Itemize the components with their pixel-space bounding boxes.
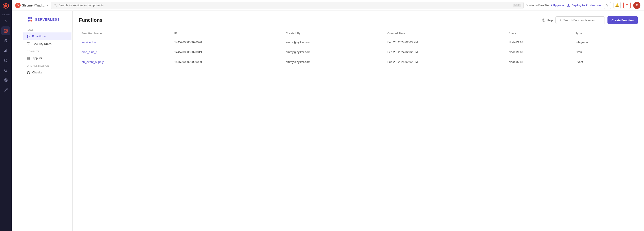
cell-type: Event (573, 57, 638, 67)
shield-icon: 🛡 (27, 42, 30, 46)
help-icon-btn[interactable]: ? (604, 2, 611, 9)
cell-function-name[interactable]: on_event_supply (79, 57, 172, 67)
col-stack: Stack (506, 29, 573, 37)
sidebar-item-security-rules[interactable]: 🛡 Security Rules (23, 40, 72, 48)
create-function-button[interactable]: Create Function (608, 16, 638, 24)
cell-function-name[interactable]: service_bot (79, 37, 172, 47)
col-type: Type (573, 29, 638, 37)
cell-stack: NodeJS 18 (506, 47, 573, 57)
user-avatar[interactable]: E (633, 2, 640, 9)
svg-marker-1 (4, 4, 8, 7)
free-tier-message: You're on Free Tier ✦ Upgrade (526, 4, 564, 7)
functions-icon: {} (27, 34, 30, 38)
icon-rail: Services ⌂ (0, 0, 12, 231)
brand-icon (27, 16, 33, 22)
sidebar-item-circuits-label: Circuits (32, 71, 42, 74)
col-function-name: Function Name (79, 29, 172, 37)
functions-table: Function Name ID Created By Created Time… (79, 29, 638, 67)
settings-icon-btn[interactable]: ⚙ (624, 2, 630, 9)
function-link[interactable]: service_bot (82, 40, 96, 44)
sidebar-item-circuits[interactable]: ⚖ Circuits (23, 68, 72, 76)
help-label: Help (547, 18, 553, 22)
sidebar-item-appsail[interactable]: ▦ AppSail (23, 54, 72, 62)
brand-name: SERVERLESS (35, 17, 60, 21)
svg-point-10 (4, 79, 8, 82)
cell-created-by: emmy@zylker.com (283, 57, 385, 67)
cell-id: 14452000000020026 (172, 37, 283, 47)
help-circle-icon (542, 18, 546, 22)
rail-item-integrations[interactable] (1, 56, 10, 65)
col-created-by: Created By (283, 29, 385, 37)
table-row: service_bot 14452000000020026 emmy@zylke… (79, 37, 638, 47)
svg-point-3 (5, 39, 6, 41)
svg-rect-14 (30, 17, 32, 19)
table-row: on_event_supply 14452000000020009 emmy@z… (79, 57, 638, 67)
rail-item-users[interactable] (1, 36, 10, 45)
help-button[interactable]: Help (542, 18, 553, 22)
cell-created-by: emmy@zylker.com (283, 47, 385, 57)
section-label-orchestration: ORCHESTRATION (23, 62, 72, 68)
deploy-to-production-button[interactable]: Deploy to Production (567, 3, 601, 7)
main-wrapper: S ShipmentTrack... ▾ ⌘+K You're on Free … (23, 0, 644, 231)
page-actions: Help Create Function (542, 16, 638, 24)
circuits-icon: ⚖ (27, 70, 30, 74)
content-area: SERVERLESS FAAS {} Functions 🛡 Security … (23, 11, 644, 231)
rail-item-analytics[interactable] (1, 46, 10, 55)
rail-item-workflows[interactable] (1, 66, 10, 75)
sidebar-brand: SERVERLESS (23, 14, 72, 26)
rail-item-identity[interactable] (1, 76, 10, 85)
svg-point-11 (5, 79, 6, 81)
global-search-input[interactable] (58, 3, 511, 7)
sidebar-item-functions[interactable]: {} Functions (23, 32, 72, 40)
col-id: ID (172, 29, 283, 37)
notifications-icon-btn[interactable]: 🔔 (614, 2, 621, 9)
cell-stack: NodeJS 18 (506, 57, 573, 67)
app-name: ShipmentTrack... (22, 3, 46, 7)
svg-point-4 (6, 39, 7, 40)
cell-function-name[interactable]: cron_func_1 (79, 47, 172, 57)
cell-type: Cron (573, 47, 638, 57)
table-body: service_bot 14452000000020026 emmy@zylke… (79, 37, 638, 67)
brand-logo[interactable] (2, 2, 10, 10)
search-functions-icon (558, 18, 562, 22)
page-content: Functions Help (72, 11, 644, 231)
upgrade-link[interactable]: ✦ Upgrade (550, 4, 564, 7)
svg-rect-15 (28, 20, 30, 21)
cell-stack: NodeJS 18 (506, 37, 573, 47)
cell-created-time: Feb 28, 2024 02:03 PM (385, 37, 506, 47)
topbar: S ShipmentTrack... ▾ ⌘+K You're on Free … (12, 0, 644, 11)
cell-type: Integration (573, 37, 638, 47)
chevron-down-icon: ▾ (47, 4, 48, 6)
search-icon (54, 4, 57, 7)
global-search-bar[interactable]: ⌘+K (51, 2, 524, 9)
svg-rect-13 (28, 17, 30, 19)
svg-marker-8 (4, 59, 7, 62)
topbar-right: You're on Free Tier ✦ Upgrade Deploy to … (526, 2, 640, 9)
table-header: Function Name ID Created By Created Time… (79, 29, 638, 37)
cell-created-time: Feb 28, 2024 02:02 PM (385, 47, 506, 57)
rail-item-home[interactable]: ⌂ (1, 16, 10, 25)
sidebar-item-functions-label: Functions (32, 35, 46, 38)
search-functions-bar[interactable] (556, 16, 605, 24)
function-link[interactable]: cron_func_1 (82, 50, 98, 54)
function-link[interactable]: on_event_supply (82, 60, 104, 64)
appsail-icon: ▦ (27, 56, 30, 60)
rocket-icon (567, 3, 570, 7)
search-functions-input[interactable] (563, 18, 602, 22)
svg-rect-16 (30, 20, 32, 21)
section-label-faas: FAAS (23, 26, 72, 32)
svg-rect-5 (4, 51, 5, 52)
svg-rect-6 (6, 50, 6, 52)
rail-item-code[interactable] (1, 26, 10, 35)
rail-item-deploy[interactable] (1, 85, 10, 94)
page-title: Functions (79, 17, 102, 23)
app-avatar: S (15, 3, 20, 8)
svg-rect-7 (6, 49, 7, 52)
search-shortcut: ⌘+K (513, 3, 521, 7)
col-created-time: Created Time (385, 29, 506, 37)
cell-created-time: Feb 28, 2024 02:02 PM (385, 57, 506, 67)
app-selector[interactable]: S ShipmentTrack... ▾ (15, 3, 48, 8)
sidebar: SERVERLESS FAAS {} Functions 🛡 Security … (23, 11, 72, 231)
svg-point-12 (54, 4, 56, 6)
section-label-compute: COMPUTE (23, 48, 72, 54)
